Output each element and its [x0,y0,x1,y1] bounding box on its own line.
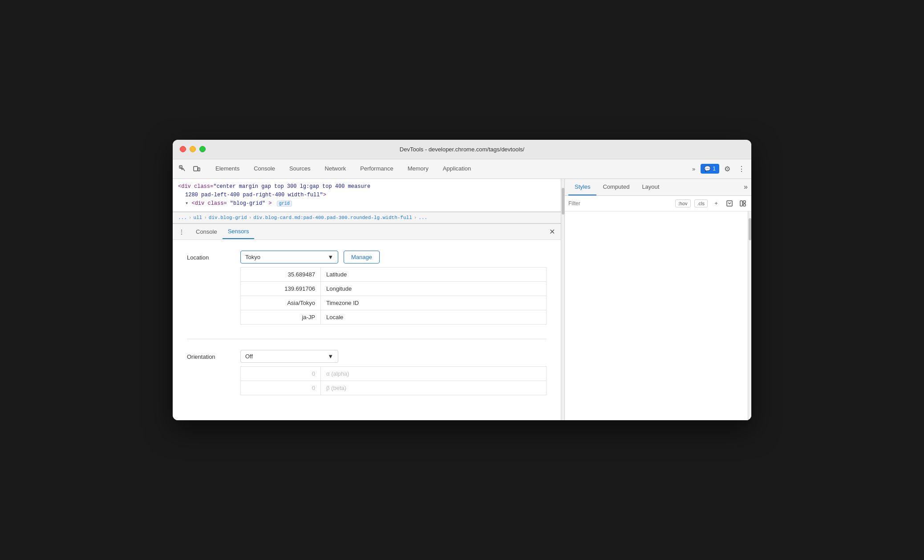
more-menu-icon[interactable]: ⋮ [735,162,748,175]
locale-value[interactable]: ja-JP [241,310,321,324]
code-line-1: <div class="center margin gap top 300 lg… [178,183,555,191]
manage-button[interactable]: Manage [344,251,380,264]
locale-row: ja-JP Locale [241,310,546,324]
location-select[interactable]: Tokyo ▼ [240,251,338,264]
styles-content [565,211,751,421]
drawer-header: ⋮ Console Sensors ✕ [173,224,561,240]
minimize-button[interactable] [190,146,196,152]
beta-value: 0 [241,381,321,395]
settings-icon[interactable]: ⚙ [721,162,734,175]
location-controls: Tokyo ▼ Manage [240,251,547,264]
chevron-down-icon-orientation: ▼ [328,353,333,360]
locale-key: Locale [321,310,546,324]
orientation-section: Orientation Off ▼ [187,350,547,395]
breadcrumb-ellipsis-left[interactable]: ... [178,215,187,220]
alpha-value: 0 [241,367,321,381]
devtools-window: DevTools - developer.chrome.com/tags/dev… [173,140,751,421]
right-tabs: Styles Computed Layout » [565,179,751,196]
drawer-tab-sensors[interactable]: Sensors [223,224,255,239]
chat-icon: 💬 [704,166,711,172]
beta-row: 0 β (beta) [241,381,546,395]
location-section: Location Tokyo ▼ Manage [187,251,547,325]
orientation-content: Off ▼ 0 α (alpha) [240,350,547,395]
svg-rect-1 [194,166,198,171]
devtools-header: Elements Console Sources Network Perform… [173,159,751,179]
chat-badge[interactable]: 💬 1 [701,164,719,174]
timezone-row: Asia/Tokyo Timezone ID [241,296,546,310]
tab-network[interactable]: Network [318,161,353,177]
drawer-tab-console[interactable]: Console [190,225,223,239]
code-line-3: ▾ <div class= "blog-grid" > grid [178,199,555,208]
longitude-value[interactable]: 139.691706 [241,282,321,296]
chat-count: 1 [713,166,716,172]
computed-style-icon[interactable] [725,199,734,208]
header-icons [176,162,203,175]
tab-layout[interactable]: Layout [636,179,665,195]
nav-tabs: Elements Console Sources Network Perform… [208,161,687,177]
latitude-key: Latitude [321,268,546,281]
location-label: Location [187,251,240,261]
vertical-scrollbar[interactable] [561,179,564,421]
tab-sources[interactable]: Sources [282,161,318,177]
main-split: <div class="center margin gap top 300 lg… [173,179,751,421]
svg-rect-5 [743,201,746,203]
breadcrumb: ... › ull › div.blog-grid › div.blog-car… [173,212,561,223]
traffic-lights [180,146,206,152]
timezone-key: Timezone ID [321,296,546,310]
tab-memory[interactable]: Memory [401,161,436,177]
alpha-row: 0 α (alpha) [241,367,546,381]
tab-computed[interactable]: Computed [596,179,636,195]
tab-styles[interactable]: Styles [568,179,596,195]
svg-rect-6 [743,204,746,206]
location-field-row: Location Tokyo ▼ Manage [187,251,547,325]
longitude-row: 139.691706 Longitude [241,282,546,296]
close-button[interactable] [180,146,186,152]
location-data-table: 35.689487 Latitude 139.691706 Longitude … [240,267,547,325]
drawer-menu-icon[interactable]: ⋮ [176,227,187,237]
breadcrumb-blog-card[interactable]: div.blog-card.md:pad-400.pad-300.rounded… [253,215,412,220]
tab-application[interactable]: Application [436,161,478,177]
inspect-icon[interactable] [176,162,189,175]
beta-key: β (beta) [321,381,546,395]
orientation-label: Orientation [187,350,240,360]
add-style-icon[interactable]: + [711,199,721,208]
orientation-controls: Off ▼ [240,350,547,363]
tab-performance[interactable]: Performance [353,161,400,177]
tab-console[interactable]: Console [247,161,282,177]
right-pane: Styles Computed Layout » :hov .cls + [564,179,751,421]
styles-scrollbar[interactable] [748,211,751,421]
elements-panel: <div class="center margin gap top 300 lg… [173,179,561,212]
more-tabs-icon[interactable]: » [687,162,701,176]
styles-filter-input[interactable] [568,200,672,207]
left-pane: <div class="center margin gap top 300 lg… [173,179,561,421]
breadcrumb-blog-grid[interactable]: div.blog-grid [209,215,247,220]
orientation-field-row: Orientation Off ▼ [187,350,547,395]
orientation-select[interactable]: Off ▼ [240,350,338,363]
header-right: 💬 1 ⚙ ⋮ [701,162,748,175]
drawer-close-icon[interactable]: ✕ [547,227,557,237]
breadcrumb-ellipsis-right[interactable]: ... [418,215,427,220]
right-more-tabs-icon[interactable]: » [744,183,748,191]
layout-icon[interactable] [738,199,748,208]
timezone-value[interactable]: Asia/Tokyo [241,296,321,310]
svg-rect-4 [740,201,742,206]
maximize-button[interactable] [199,146,206,152]
window-title: DevTools - developer.chrome.com/tags/dev… [400,146,524,153]
orientation-data-table: 0 α (alpha) 0 β (beta) [240,366,547,395]
sensors-content: Location Tokyo ▼ Manage [173,240,561,420]
latitude-row: 35.689487 Latitude [241,268,546,282]
styles-scrollbar-thumb [749,218,751,240]
cls-button[interactable]: .cls [694,199,708,207]
breadcrumb-ull[interactable]: ull [193,215,202,220]
latitude-value[interactable]: 35.689487 [241,268,321,281]
location-content: Tokyo ▼ Manage 35.689487 Latitude [240,251,547,325]
elements-code: <div class="center margin gap top 300 lg… [173,179,561,212]
title-bar: DevTools - developer.chrome.com/tags/dev… [173,140,751,159]
grid-badge: grid [277,201,292,207]
tab-elements[interactable]: Elements [208,161,247,177]
scrollbar-thumb [562,188,564,215]
longitude-key: Longitude [321,282,546,296]
device-toggle-icon[interactable] [190,162,203,175]
hov-button[interactable]: :hov [675,199,691,207]
right-filter-bar: :hov .cls + [565,196,751,211]
